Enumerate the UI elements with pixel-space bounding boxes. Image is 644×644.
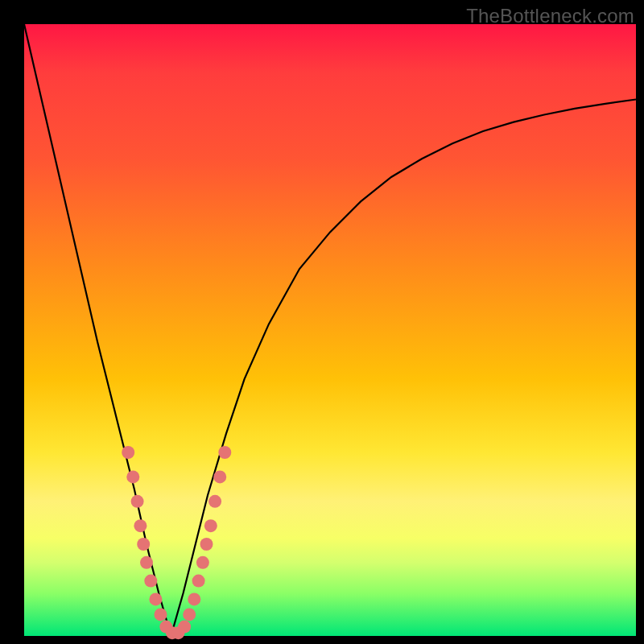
component-dot — [218, 446, 231, 459]
component-dot — [126, 470, 139, 483]
component-dot — [183, 608, 196, 621]
component-dot — [137, 538, 150, 551]
chart-svg — [24, 24, 636, 636]
bottleneck-curve — [24, 24, 636, 636]
component-dot — [131, 495, 144, 508]
component-dot — [140, 556, 153, 569]
component-dot — [204, 519, 217, 532]
component-dot — [178, 621, 191, 634]
component-dot — [149, 592, 162, 605]
chart-stage: TheBottleneck.com — [0, 0, 644, 644]
component-dot — [208, 495, 221, 508]
plot-area — [24, 24, 636, 636]
component-dot — [188, 592, 200, 605]
component-dots — [122, 446, 231, 639]
component-dot — [134, 519, 147, 532]
component-dot — [213, 470, 226, 483]
component-dot — [192, 575, 205, 588]
component-dot — [200, 538, 213, 551]
component-dot — [196, 556, 209, 569]
component-dot — [155, 608, 167, 621]
component-dot — [144, 575, 157, 588]
component-dot — [122, 446, 134, 459]
